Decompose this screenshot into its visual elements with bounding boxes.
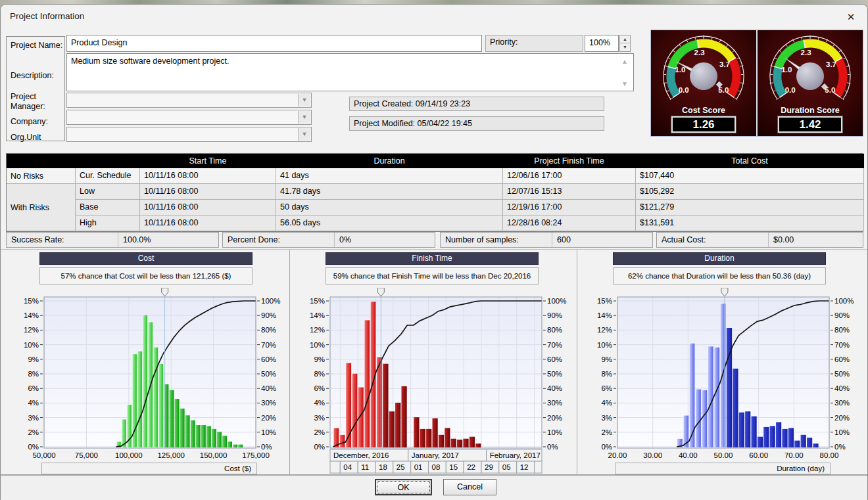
company-combobox[interactable]: ▼ xyxy=(66,110,312,125)
svg-text:2%: 2% xyxy=(601,428,612,436)
svg-text:15: 15 xyxy=(449,463,458,471)
chevron-down-icon[interactable]: ▼ xyxy=(298,94,310,106)
button-bar xyxy=(1,475,867,500)
svg-text:3%: 3% xyxy=(601,414,612,422)
svg-text:4%: 4% xyxy=(314,399,325,407)
duration-score-label: Duration Score xyxy=(758,106,863,115)
percentile-marker-handle[interactable] xyxy=(162,288,168,296)
svg-text:70%: 70% xyxy=(547,341,562,349)
description-input[interactable]: Medium size software development project… xyxy=(66,53,634,91)
org-unit-combobox[interactable]: ▼ xyxy=(66,127,312,142)
svg-text:30.00: 30.00 xyxy=(643,451,662,459)
svg-text:9%: 9% xyxy=(601,355,612,363)
duration-xaxis-label-bar: Duration (day) xyxy=(615,463,831,474)
svg-text:12%: 12% xyxy=(310,326,325,334)
svg-text:30%: 30% xyxy=(261,399,276,407)
percentile-marker-handle[interactable] xyxy=(721,288,728,296)
table-cell: $105,292 xyxy=(636,184,864,200)
percent-done-box: Percent Done: 0% xyxy=(222,232,435,248)
svg-text:40.00: 40.00 xyxy=(679,451,698,459)
percentile-marker-handle[interactable] xyxy=(377,288,384,296)
table-cell: 10/11/16 08:00 xyxy=(140,168,276,184)
svg-text:2.3: 2.3 xyxy=(694,49,705,57)
svg-text:February, 2017: February, 2017 xyxy=(490,451,541,459)
finish-time-chart-title: Finish Time xyxy=(326,252,539,265)
chevron-down-icon[interactable]: ▼ xyxy=(298,128,310,141)
svg-text:10%: 10% xyxy=(834,428,850,436)
svg-text:175,000: 175,000 xyxy=(242,451,270,459)
svg-text:0%: 0% xyxy=(601,443,612,451)
description-label: Description: xyxy=(11,71,63,81)
ok-button[interactable]: OK xyxy=(375,479,432,495)
duration-score-gauge: 0.01.02.33.75.0 Duration Score 1.42 xyxy=(758,30,863,136)
svg-text:12%: 12% xyxy=(24,326,39,334)
svg-text:50%: 50% xyxy=(261,370,276,378)
svg-text:4%: 4% xyxy=(28,399,39,407)
priority-input[interactable]: 100% xyxy=(585,35,619,52)
table-cell: 12/28/16 08:24 xyxy=(503,216,636,231)
svg-text:90%: 90% xyxy=(834,311,850,319)
cost-score-label: Cost Score xyxy=(651,106,756,115)
svg-text:6%: 6% xyxy=(601,384,612,392)
table-cell: 10/11/16 08:00 xyxy=(140,184,276,200)
table-cell: Base xyxy=(76,200,140,216)
duration-score-dial: 0.01.02.33.75.0 xyxy=(758,30,863,118)
svg-text:04: 04 xyxy=(343,463,352,471)
svg-text:3.7: 3.7 xyxy=(719,60,730,68)
project-name-input[interactable]: Product Design xyxy=(66,35,482,52)
form-labels-box: Project Name: Description: Project Manag… xyxy=(6,36,65,141)
percent-done-value: 0% xyxy=(335,233,351,247)
scenarios-table: Start Time Duration Project Finish Time … xyxy=(6,153,863,232)
svg-text:10%: 10% xyxy=(261,428,276,436)
header-corner xyxy=(76,154,140,168)
panel-divider xyxy=(577,250,577,476)
svg-text:60%: 60% xyxy=(261,355,276,363)
svg-text:12: 12 xyxy=(520,463,529,471)
header-finish-time: Project Finish Time xyxy=(503,154,636,168)
svg-text:0%: 0% xyxy=(547,443,558,451)
svg-text:70.00: 70.00 xyxy=(784,451,804,459)
svg-text:14%: 14% xyxy=(24,311,39,319)
finish-time-histogram: 15%14%12%10%9%8%6%4%3%2%0%100%90%80%70%6… xyxy=(291,288,575,476)
svg-text:10%: 10% xyxy=(597,341,612,349)
spinner-up-icon[interactable]: ▲ xyxy=(620,35,630,43)
svg-text:05: 05 xyxy=(502,463,511,471)
titlebar[interactable]: Project Information ✕ xyxy=(1,5,867,28)
table-cell: 56.05 days xyxy=(276,216,503,231)
svg-text:40%: 40% xyxy=(834,384,850,392)
cost-chart-title: Cost xyxy=(39,252,253,265)
svg-text:10%: 10% xyxy=(547,428,562,436)
svg-text:60%: 60% xyxy=(834,355,850,363)
cancel-button[interactable]: Cancel xyxy=(443,479,496,495)
svg-text:70%: 70% xyxy=(834,341,850,349)
svg-text:4%: 4% xyxy=(601,399,612,407)
svg-text:18: 18 xyxy=(379,463,387,471)
scroll-up-icon[interactable]: ▲ xyxy=(621,58,628,65)
svg-text:8%: 8% xyxy=(601,370,612,378)
svg-text:15%: 15% xyxy=(310,297,325,305)
priority-spinner[interactable]: ▲ ▼ xyxy=(619,35,631,52)
svg-text:3.7: 3.7 xyxy=(826,60,836,68)
chevron-down-icon[interactable]: ▼ xyxy=(298,111,310,124)
close-icon[interactable]: ✕ xyxy=(844,10,858,24)
group-no-risks: No Risks xyxy=(7,168,76,184)
svg-text:2.3: 2.3 xyxy=(801,49,811,57)
svg-text:90%: 90% xyxy=(261,311,276,319)
cost-xaxis-label-bar: Cost ($) xyxy=(41,463,257,474)
charts-section: Cost 57% chance that Cost will be less t… xyxy=(1,249,867,475)
svg-text:80%: 80% xyxy=(547,326,562,334)
svg-text:0%: 0% xyxy=(834,443,846,451)
samples-box: Number of samples: 600 xyxy=(440,232,653,248)
svg-text:29: 29 xyxy=(485,463,493,471)
svg-text:50.00: 50.00 xyxy=(714,451,733,459)
svg-text:2%: 2% xyxy=(28,428,39,436)
scroll-down-icon[interactable]: ▼ xyxy=(621,80,628,87)
table-cell: $131,591 xyxy=(636,216,864,231)
spinner-down-icon[interactable]: ▼ xyxy=(620,43,630,51)
svg-text:90%: 90% xyxy=(547,311,562,319)
success-rate-box: Success Rate: 100.0% xyxy=(6,232,219,248)
project-manager-combobox[interactable]: ▼ xyxy=(66,93,312,108)
svg-text:0%: 0% xyxy=(261,443,272,451)
svg-text:14%: 14% xyxy=(310,311,325,319)
svg-text:40%: 40% xyxy=(547,384,562,392)
